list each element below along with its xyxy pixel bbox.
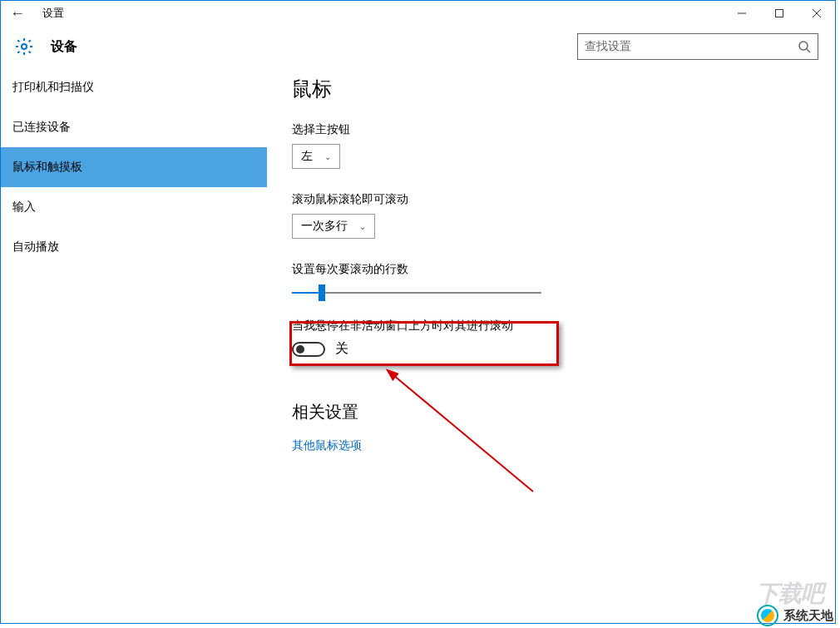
chevron-down-icon: ⌄ (359, 222, 366, 231)
other-mouse-options-link[interactable]: 其他鼠标选项 (292, 438, 818, 453)
close-button[interactable] (798, 1, 835, 26)
search-input[interactable]: 查找设置 (577, 33, 818, 60)
settings-window: ← 设置 设备 查找设置 打印机和扫描仪 已连接设备 鼠标和触摸板 输入 自动播… (0, 0, 836, 624)
sidebar-item-label: 已连接设备 (12, 120, 71, 135)
header: 设备 查找设置 (1, 26, 835, 67)
primary-button-select[interactable]: 左 ⌄ (292, 144, 340, 169)
toggle-knob (296, 345, 304, 354)
search-placeholder: 查找设置 (585, 39, 798, 54)
back-button[interactable]: ← (1, 5, 34, 22)
sidebar-item-label: 自动播放 (12, 240, 59, 255)
lines-label: 设置每次要滚动的行数 (292, 262, 818, 277)
hover-scroll-label: 当我悬停在非活动窗口上方时对其进行滚动 (292, 319, 818, 334)
sidebar: 打印机和扫描仪 已连接设备 鼠标和触摸板 输入 自动播放 (1, 67, 267, 623)
maximize-button[interactable] (760, 1, 798, 26)
sidebar-item-label: 输入 (12, 200, 36, 215)
slider-thumb[interactable] (319, 284, 325, 301)
select-value: 左 (301, 149, 313, 164)
watermark-text: 系统天地 (783, 608, 833, 624)
hover-scroll-toggle[interactable] (292, 342, 325, 357)
sidebar-item-printers[interactable]: 打印机和扫描仪 (1, 67, 267, 107)
sidebar-item-label: 鼠标和触摸板 (12, 160, 82, 175)
slider-fill (292, 292, 322, 294)
svg-rect-1 (775, 10, 783, 17)
sidebar-item-label: 打印机和扫描仪 (12, 80, 94, 95)
svg-line-6 (807, 49, 810, 52)
toggle-state: 关 (335, 340, 348, 358)
chevron-down-icon: ⌄ (324, 152, 331, 161)
scroll-mode-select[interactable]: 一次多行 ⌄ (292, 214, 375, 239)
globe-icon (757, 605, 778, 626)
primary-button-label: 选择主按钮 (292, 122, 818, 137)
minimize-button[interactable] (723, 1, 760, 26)
svg-point-5 (799, 42, 808, 50)
svg-point-4 (22, 44, 27, 49)
lines-slider[interactable] (292, 292, 541, 294)
sidebar-item-autoplay[interactable]: 自动播放 (1, 227, 267, 267)
scroll-mode-label: 滚动鼠标滚轮即可滚动 (292, 192, 818, 207)
window-title: 设置 (42, 6, 64, 21)
select-value: 一次多行 (301, 219, 348, 234)
gear-icon (14, 37, 34, 57)
titlebar: ← 设置 (1, 1, 835, 26)
watermark-logo: 系统天地 (757, 605, 833, 626)
page-title: 鼠标 (292, 76, 818, 102)
sidebar-item-mouse-touchpad[interactable]: 鼠标和触摸板 (1, 147, 267, 187)
related-heading: 相关设置 (292, 401, 818, 423)
main-content: 鼠标 选择主按钮 左 ⌄ 滚动鼠标滚轮即可滚动 一次多行 ⌄ 设置每次要滚动的行… (267, 67, 835, 623)
sidebar-item-typing[interactable]: 输入 (1, 187, 267, 227)
search-icon (798, 40, 811, 53)
section-title: 设备 (51, 38, 77, 56)
sidebar-item-connected-devices[interactable]: 已连接设备 (1, 107, 267, 147)
